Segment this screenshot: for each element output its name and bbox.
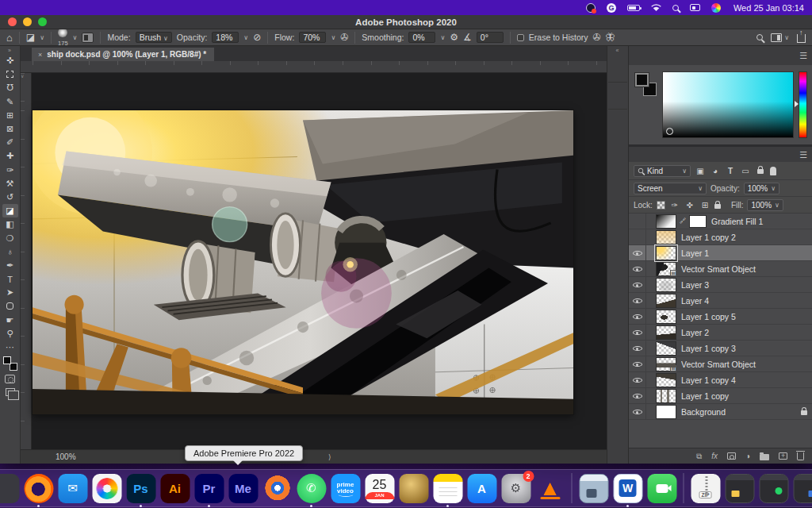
collapsed-panel-icon-actions-panel-icon[interactable] bbox=[608, 83, 627, 110]
dock-item-vlc[interactable]: ▲ bbox=[535, 471, 565, 506]
tool-button-eyedropper-tool[interactable]: ✐ bbox=[2, 136, 18, 149]
dock-item-notes[interactable] bbox=[433, 471, 463, 506]
layer-filter-kind-select[interactable]: Kind∨ bbox=[634, 165, 691, 177]
layer-thumbnail[interactable]: ▤ bbox=[656, 262, 676, 276]
tool-button-quick-selection-tool[interactable]: ✎ bbox=[2, 95, 18, 109]
link-layers-icon[interactable]: ⧉ bbox=[696, 452, 702, 461]
dock-item-photoshop[interactable]: Ps bbox=[126, 471, 156, 506]
layer-name[interactable]: Layer 4 bbox=[681, 296, 807, 306]
search-icon[interactable] bbox=[756, 34, 763, 40]
dock-item-minimized-window-light[interactable] bbox=[579, 471, 609, 506]
spotlight-search-icon[interactable] bbox=[672, 5, 679, 11]
tool-button-marquee-tool[interactable] bbox=[2, 67, 18, 81]
panel-tab[interactable] bbox=[629, 59, 645, 65]
tool-button-lasso-tool[interactable]: ℧ bbox=[2, 81, 18, 94]
wifi-icon[interactable] bbox=[651, 4, 661, 12]
layer-row[interactable]: ▤ 🔗︎ Layer 1 copy 3 bbox=[629, 341, 812, 356]
visibility-toggle[interactable] bbox=[629, 277, 646, 293]
layer-name[interactable]: Layer 1 copy 4 bbox=[681, 375, 807, 385]
panel-tab[interactable] bbox=[645, 156, 661, 162]
tool-button-path-selection-tool[interactable]: ➤ bbox=[2, 286, 18, 299]
layer-name[interactable]: Layer 1 copy 3 bbox=[681, 344, 807, 353]
layer-thumbnail[interactable]: ▤ bbox=[656, 341, 676, 356]
dock-item-word[interactable]: W bbox=[613, 471, 643, 506]
airbrush-toggle-icon[interactable]: ✇ bbox=[593, 32, 601, 43]
visibility-toggle[interactable] bbox=[629, 325, 646, 341]
tool-button-history-brush-tool[interactable]: ↺ bbox=[2, 190, 18, 204]
layer-thumbnail[interactable]: ▤ bbox=[656, 357, 676, 371]
screen-mode-button[interactable] bbox=[6, 388, 15, 396]
filter-smart-icon[interactable] bbox=[755, 166, 766, 175]
layer-row[interactable]: ▤ 🔗︎ Background bbox=[629, 404, 812, 420]
color-saturation-field[interactable] bbox=[662, 71, 794, 138]
dock-item-firefox[interactable] bbox=[24, 471, 54, 506]
tool-button-pen-tool[interactable]: ✒ bbox=[2, 259, 18, 272]
layer-name[interactable]: Gradient Fill 1 bbox=[711, 217, 807, 226]
layer-thumbnail[interactable]: ▤ bbox=[656, 373, 676, 387]
vertical-ruler[interactable] bbox=[21, 73, 32, 449]
symmetry-icon[interactable]: 🦋︎ bbox=[606, 32, 615, 43]
filter-image-icon[interactable]: ▣ bbox=[695, 167, 706, 175]
dock-item-premiere-pro[interactable]: Pr bbox=[194, 471, 224, 506]
quick-mask-button[interactable] bbox=[5, 375, 15, 383]
close-tab-icon[interactable]: × bbox=[38, 51, 42, 59]
share-icon[interactable] bbox=[797, 34, 806, 43]
visibility-toggle[interactable] bbox=[629, 293, 646, 309]
pressure-opacity-icon[interactable]: ⊘ bbox=[253, 32, 261, 43]
home-icon[interactable]: ⌂ bbox=[6, 32, 13, 44]
layer-row[interactable]: ▤ 🔗︎ Layer 1 copy 4 bbox=[629, 372, 812, 388]
hue-slider[interactable] bbox=[799, 71, 807, 138]
panel-tab[interactable] bbox=[629, 156, 645, 162]
opacity-chevron-icon[interactable]: ∨ bbox=[243, 34, 248, 41]
layer-row[interactable]: ▤ 🔗︎ Layer 1 copy 2 bbox=[629, 229, 812, 245]
layer-thumbnail[interactable]: ▤ bbox=[656, 325, 676, 340]
visibility-toggle[interactable] bbox=[629, 372, 646, 388]
panel-collapse-icon[interactable]: « bbox=[616, 48, 620, 56]
toggle-brush-panel-icon[interactable] bbox=[82, 33, 94, 43]
layer-name[interactable]: Layer 1 copy 5 bbox=[681, 312, 807, 321]
layer-row[interactable]: ▤ 🔗︎ Layer 3 bbox=[629, 277, 812, 293]
tool-button-crop-tool[interactable]: ⊞ bbox=[2, 109, 18, 122]
delete-layer-icon[interactable] bbox=[797, 452, 804, 460]
layer-fill-field[interactable]: 100%∨ bbox=[747, 199, 783, 211]
panel-menu-icon[interactable]: ☰ bbox=[799, 51, 807, 61]
flow-field[interactable]: 70% bbox=[299, 32, 326, 43]
visibility-toggle[interactable] bbox=[629, 245, 646, 261]
layer-row[interactable]: ▤ 🔗︎ Layer 4 bbox=[629, 293, 812, 309]
new-group-icon[interactable] bbox=[760, 454, 769, 460]
tool-button-dodge-tool[interactable]: ♁ bbox=[2, 245, 18, 259]
menu-clock[interactable]: Wed 25 Jan 03:14 bbox=[733, 3, 804, 13]
panel-menu-icon[interactable]: ☰ bbox=[799, 149, 807, 160]
visibility-toggle[interactable] bbox=[629, 341, 646, 356]
visibility-toggle[interactable] bbox=[629, 261, 646, 277]
dock-item-app-store[interactable]: A bbox=[467, 471, 497, 506]
erase-to-history-checkbox[interactable] bbox=[517, 34, 524, 41]
tool-button-eraser-tool[interactable]: ◪ bbox=[2, 204, 18, 217]
visibility-toggle[interactable] bbox=[629, 388, 646, 404]
panel-tab[interactable] bbox=[661, 156, 676, 162]
foreground-color-swatch[interactable] bbox=[635, 73, 649, 87]
document-tab[interactable]: × ship dock.psd @ 100% (Layer 1, RGB/8#)… bbox=[32, 48, 214, 61]
tool-button-clone-stamp-tool[interactable]: ⚒ bbox=[2, 177, 18, 190]
layer-thumbnail[interactable]: ▤ bbox=[656, 214, 676, 229]
lock-position-icon[interactable]: ✜ bbox=[684, 201, 695, 210]
dock-item-minimized-window-dark-1[interactable] bbox=[725, 471, 755, 506]
dock-item-mail[interactable]: ✉ bbox=[58, 471, 88, 506]
workspace-switcher-icon[interactable] bbox=[771, 33, 782, 42]
dock-item-facetime[interactable] bbox=[647, 471, 677, 506]
layer-row[interactable]: ▤ 🔗︎ Layer 1 copy bbox=[629, 388, 812, 404]
tool-button-brush-tool[interactable]: ✑ bbox=[2, 164, 18, 177]
visibility-toggle[interactable] bbox=[629, 309, 646, 325]
layer-name[interactable]: Layer 3 bbox=[681, 280, 807, 290]
adjustment-layer-icon[interactable]: ◑ bbox=[745, 452, 750, 460]
dock-item-calendar[interactable]: 25 JAN bbox=[365, 471, 395, 506]
opacity-field[interactable]: 18% bbox=[212, 32, 239, 43]
layer-name[interactable]: Vector Smart Object bbox=[681, 360, 807, 369]
layer-thumbnail[interactable]: ▤ bbox=[656, 389, 676, 403]
filter-toggle-icon[interactable] bbox=[770, 167, 776, 175]
panel-tab[interactable] bbox=[645, 59, 661, 65]
canvas-artwork[interactable] bbox=[33, 110, 573, 414]
smoothing-chevron-icon[interactable]: ∨ bbox=[440, 34, 445, 41]
layer-opacity-field[interactable]: 100%∨ bbox=[744, 183, 779, 194]
lock-artboard-icon[interactable]: ⊞ bbox=[699, 201, 710, 210]
